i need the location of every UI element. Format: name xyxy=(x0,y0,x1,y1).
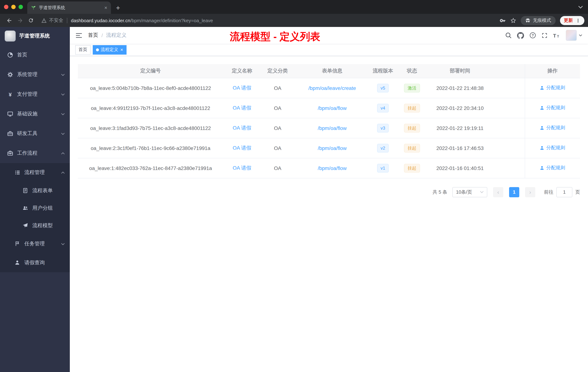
window-minimize-button[interactable] xyxy=(11,5,16,9)
form-link[interactable]: /bpm/oa/leave/create xyxy=(308,85,356,91)
browser-menu-icon[interactable]: ⋮ xyxy=(576,18,580,23)
tag-process-definition[interactable]: 流程定义 × xyxy=(93,45,126,55)
definition-name-link[interactable]: OA 请假 xyxy=(233,165,252,171)
prev-page-button[interactable]: ‹ xyxy=(493,187,503,197)
user-menu[interactable] xyxy=(566,30,582,41)
paper-plane-icon xyxy=(22,223,28,229)
chevron-down-icon xyxy=(61,113,65,115)
hamburger-icon[interactable] xyxy=(76,33,82,38)
breadcrumb-home[interactable]: 首页 xyxy=(88,32,98,39)
assign-rule-link[interactable]: 分配规则 xyxy=(540,165,565,171)
help-icon[interactable]: ? xyxy=(529,32,536,39)
incognito-icon xyxy=(525,18,530,23)
status-badge: 激活 xyxy=(404,84,420,92)
assign-rule-link[interactable]: 分配规则 xyxy=(540,145,565,151)
cell-category: OA xyxy=(261,78,294,98)
reload-button[interactable] xyxy=(25,15,36,26)
font-size-icon[interactable]: TT xyxy=(553,32,560,38)
sidebar-item-process-form[interactable]: 流程表单 xyxy=(0,182,70,199)
sidebar-item-home[interactable]: 首页 xyxy=(0,45,70,65)
content: 首页 / 流程定义 流程模型 - 定义列表 ? xyxy=(70,27,588,372)
goto-page-input[interactable] xyxy=(556,187,572,197)
person-icon xyxy=(540,126,545,130)
sidebar-item-label: 支付管理 xyxy=(17,91,37,98)
fullscreen-icon[interactable] xyxy=(541,32,548,38)
page-size-select[interactable]: 10条/页 xyxy=(452,187,487,197)
sidebar: 芋道管理系统 首页 系统管理 xyxy=(0,27,70,372)
sidebar-item-devtools[interactable]: 研发工具 xyxy=(0,124,70,143)
tag-home[interactable]: 首页 xyxy=(75,45,91,55)
new-tab-button[interactable]: + xyxy=(116,4,120,11)
cell-category: OA xyxy=(261,158,294,178)
sidebar-item-label: 首页 xyxy=(17,52,27,58)
page-number-1[interactable]: 1 xyxy=(509,187,519,197)
browser-toolbar: 不安全 dashboard.yudao.iocoder.cn/bpm/manag… xyxy=(0,14,588,27)
tag-label: 首页 xyxy=(79,47,87,53)
bookmark-star-icon[interactable] xyxy=(510,17,516,23)
assign-rule-link[interactable]: 分配规则 xyxy=(540,85,565,91)
sidebar-item-process-model[interactable]: 流程模型 xyxy=(0,217,70,234)
avatar[interactable] xyxy=(566,30,577,41)
assign-rule-link[interactable]: 分配规则 xyxy=(540,105,565,111)
definition-name-link[interactable]: OA 请假 xyxy=(233,85,252,90)
sidebar-item-infrastructure[interactable]: 基础设施 xyxy=(0,104,70,124)
tags-view: 首页 流程定义 × xyxy=(70,44,588,56)
table-row: oa_leave:2:3c1f0ef1-76b1-11ec-9c66-a2380… xyxy=(78,138,580,158)
tab-close-icon[interactable]: × xyxy=(104,5,107,10)
site-favicon-icon xyxy=(31,5,36,10)
tab-search-icon[interactable] xyxy=(578,5,583,10)
person-icon xyxy=(15,260,20,266)
gear-icon xyxy=(7,72,13,77)
assign-rule-link[interactable]: 分配规则 xyxy=(540,125,565,131)
column-header-name: 定义名称 xyxy=(223,64,261,78)
sidebar-item-label: 系统管理 xyxy=(17,71,37,78)
sidebar-item-process-management[interactable]: 流程管理 xyxy=(0,163,70,182)
chevron-down-icon xyxy=(61,132,65,135)
forward-button[interactable] xyxy=(15,15,25,26)
form-link[interactable]: /bpm/oa/flow xyxy=(318,145,347,151)
sidebar-item-label: 流程模型 xyxy=(32,222,53,229)
cell-category: OA xyxy=(261,138,294,158)
security-label: 不安全 xyxy=(49,17,63,24)
chevron-down-icon xyxy=(61,93,65,96)
sidebar-item-payment[interactable]: ¥ 支付管理 xyxy=(0,85,70,104)
page-body: 定义编号 定义名称 定义分类 表单信息 流程版本 状态 部署时间 操作 xyxy=(70,56,588,372)
next-page-button[interactable]: › xyxy=(525,187,535,197)
form-link[interactable]: /bpm/oa/flow xyxy=(318,105,347,111)
browser-tab[interactable]: 芋道管理系统 × xyxy=(27,1,111,14)
sidebar-item-leave-query[interactable]: 请假查询 xyxy=(0,253,70,272)
definition-name-link[interactable]: OA 请假 xyxy=(233,145,252,151)
cell-deploy-time: 2022-01-22 21:48:38 xyxy=(428,78,492,98)
tag-label: 流程定义 xyxy=(101,47,118,53)
back-button[interactable] xyxy=(4,15,15,26)
column-header-actions: 操作 xyxy=(525,64,580,78)
table-row: oa_leave:5:004b710b-7b8a-11ec-8ef0-acde4… xyxy=(78,78,580,98)
github-icon[interactable] xyxy=(517,32,524,39)
app-logo[interactable]: 芋道管理系统 xyxy=(0,27,70,45)
chevron-up-icon xyxy=(61,171,65,174)
monitor-icon xyxy=(7,111,13,117)
window-zoom-button[interactable] xyxy=(19,5,23,9)
chevron-down-icon xyxy=(61,243,65,245)
form-link[interactable]: /bpm/oa/flow xyxy=(318,165,347,171)
sidebar-item-label: 用户分组 xyxy=(32,205,53,211)
sidebar-item-workflow[interactable]: 工作流程 xyxy=(0,143,70,163)
sidebar-item-system[interactable]: 系统管理 xyxy=(0,65,70,85)
form-link[interactable]: /bpm/oa/flow xyxy=(318,125,347,131)
incognito-badge: 无痕模式 xyxy=(521,16,556,25)
definition-name-link[interactable]: OA 请假 xyxy=(233,125,252,131)
update-label[interactable]: 更新 xyxy=(564,17,573,23)
definition-table: 定义编号 定义名称 定义分类 表单信息 流程版本 状态 部署时间 操作 xyxy=(78,64,580,178)
sidebar-item-user-group[interactable]: 用户分组 xyxy=(0,199,70,217)
password-key-icon[interactable] xyxy=(499,17,506,23)
tag-close-icon[interactable]: × xyxy=(120,47,123,52)
search-icon[interactable] xyxy=(505,32,512,39)
window-close-button[interactable] xyxy=(4,5,8,9)
person-icon xyxy=(540,86,545,90)
definition-name-link[interactable]: OA 请假 xyxy=(233,105,252,110)
version-badge: v3 xyxy=(377,124,389,132)
sidebar-item-task-management[interactable]: 任务管理 xyxy=(0,234,70,253)
update-chip[interactable]: 更新 ⋮ xyxy=(560,16,584,25)
address-bar[interactable]: 不安全 dashboard.yudao.iocoder.cn/bpm/manag… xyxy=(42,17,495,24)
cell-definition-id: oa_leave:5:004b710b-7b8a-11ec-8ef0-acde4… xyxy=(78,78,223,98)
